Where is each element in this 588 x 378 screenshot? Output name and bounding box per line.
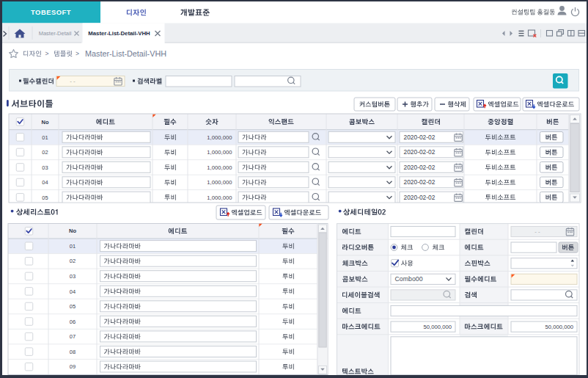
svg-text:1,000,000: 1,000,000 bbox=[207, 195, 232, 201]
svg-text:TOBESOFT: TOBESOFT bbox=[31, 8, 71, 16]
svg-text:03: 03 bbox=[70, 273, 76, 280]
svg-text:Master-List-Detail-VHH: Master-List-Detail-VHH bbox=[85, 49, 166, 58]
svg-text:09: 09 bbox=[70, 363, 76, 370]
svg-text:08: 08 bbox=[70, 349, 76, 355]
svg-text:05: 05 bbox=[70, 303, 76, 310]
svg-text:>: > bbox=[76, 50, 79, 57]
svg-text:Combo00: Combo00 bbox=[395, 275, 423, 283]
svg-text:Master-Detail: Master-Detail bbox=[39, 30, 72, 37]
svg-text:1,000,000: 1,000,000 bbox=[207, 149, 232, 156]
svg-text:2020-02-02: 2020-02-02 bbox=[404, 148, 436, 156]
svg-text:01: 01 bbox=[70, 243, 76, 250]
svg-text:06: 06 bbox=[70, 319, 76, 325]
svg-text:1,000,000: 1,000,000 bbox=[207, 164, 232, 171]
svg-text:07: 07 bbox=[70, 333, 76, 340]
svg-text:- -: - - bbox=[534, 228, 540, 235]
svg-text:1,000,000: 1,000,000 bbox=[207, 179, 232, 186]
svg-text:01: 01 bbox=[42, 134, 48, 141]
svg-text:No: No bbox=[69, 228, 76, 234]
svg-text:50,000,000: 50,000,000 bbox=[424, 324, 452, 330]
svg-text:50,000,000: 50,000,000 bbox=[545, 324, 573, 330]
svg-text:1,000,000: 1,000,000 bbox=[207, 134, 232, 141]
svg-text:03: 03 bbox=[42, 164, 48, 171]
svg-text:- -: - - bbox=[70, 78, 76, 84]
svg-text:04: 04 bbox=[42, 179, 48, 186]
svg-text:2020-02-02: 2020-02-02 bbox=[404, 194, 436, 201]
svg-text:02: 02 bbox=[70, 258, 76, 264]
svg-text:No: No bbox=[42, 119, 49, 126]
svg-text:2020-02-02: 2020-02-02 bbox=[404, 164, 436, 171]
svg-text:02: 02 bbox=[42, 149, 48, 156]
svg-text:05: 05 bbox=[42, 195, 48, 201]
svg-text:2020-02-02: 2020-02-02 bbox=[404, 134, 436, 141]
svg-text:Master-List-Detail-VHH: Master-List-Detail-VHH bbox=[88, 30, 150, 37]
svg-text:04: 04 bbox=[70, 288, 76, 295]
svg-text:2020-02-02: 2020-02-02 bbox=[404, 178, 436, 186]
svg-text:>: > bbox=[45, 50, 49, 57]
